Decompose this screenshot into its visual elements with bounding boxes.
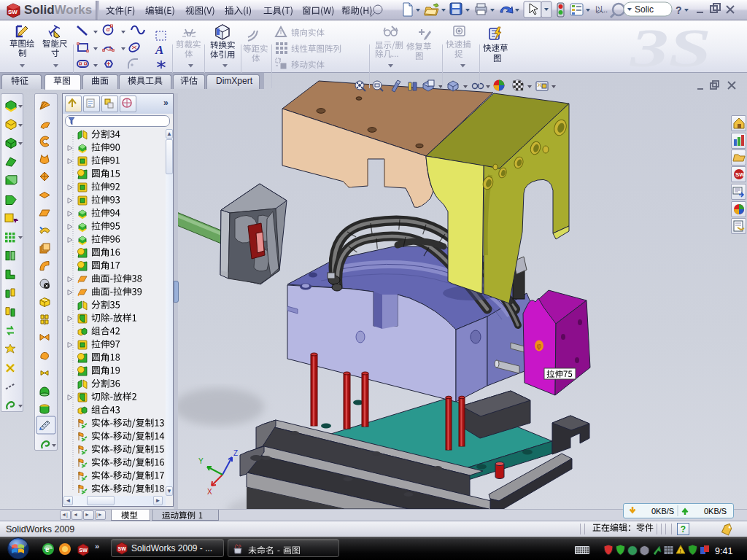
svg-text:SW: SW bbox=[735, 171, 745, 178]
svg-text:?: ? bbox=[676, 4, 682, 16]
svg-text:9:41: 9:41 bbox=[715, 546, 732, 556]
svg-text:SW: SW bbox=[8, 9, 18, 15]
svg-text:SW: SW bbox=[80, 548, 88, 553]
svg-text:X: X bbox=[207, 488, 212, 496]
svg-text:A: A bbox=[155, 43, 163, 57]
svg-text:»: » bbox=[95, 543, 99, 551]
svg-text:!: ! bbox=[680, 548, 681, 554]
svg-text:SW: SW bbox=[118, 546, 127, 551]
svg-text:以..: 以.. bbox=[595, 5, 608, 14]
svg-text:0KB/S: 0KB/S bbox=[651, 507, 674, 516]
svg-text:Solic: Solic bbox=[635, 4, 654, 15]
svg-text:Z: Z bbox=[233, 449, 238, 457]
svg-text:Y: Y bbox=[198, 457, 204, 465]
svg-text:φ: φ bbox=[537, 342, 542, 350]
svg-text:0KB/S: 0KB/S bbox=[704, 507, 727, 516]
svg-text:e: e bbox=[45, 545, 50, 553]
